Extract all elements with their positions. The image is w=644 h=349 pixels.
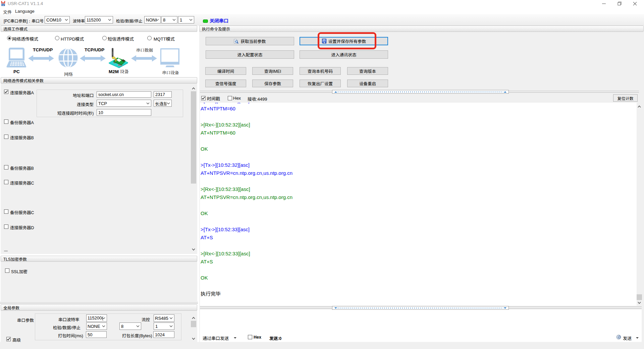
svg-text:PC: PC <box>13 69 20 74</box>
svg-text:串口数据: 串口数据 <box>136 48 153 53</box>
svg-text:TCP/UDP: TCP/UDP <box>33 47 53 52</box>
svg-text:TCP/UDP: TCP/UDP <box>85 47 104 52</box>
svg-text:M2M 设备: M2M 设备 <box>109 69 129 74</box>
svg-text:网络: 网络 <box>64 72 73 77</box>
svg-text:串口设备: 串口设备 <box>162 70 179 75</box>
